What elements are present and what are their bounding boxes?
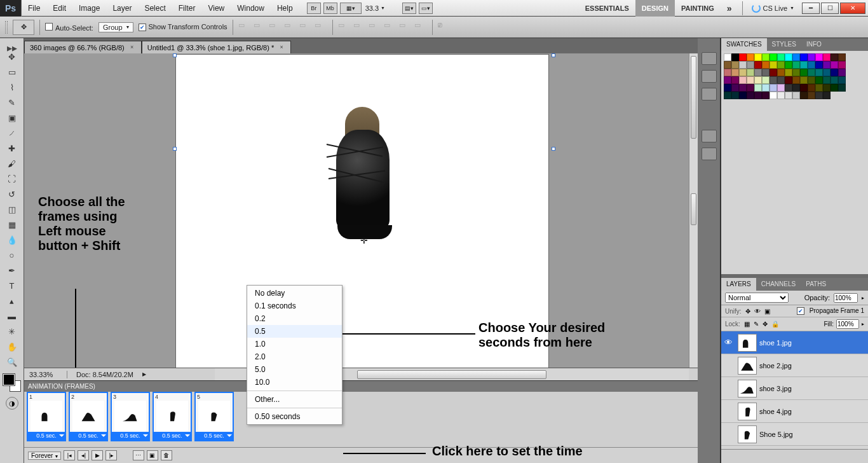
menu-window[interactable]: Window bbox=[231, 0, 271, 17]
animation-frame[interactable]: 20.5 sec. bbox=[69, 392, 108, 441]
color-swatches[interactable] bbox=[3, 374, 21, 392]
delay-option[interactable]: 0.5 bbox=[247, 325, 342, 338]
workspace-design[interactable]: DESIGN bbox=[635, 0, 675, 17]
swatch[interactable] bbox=[739, 76, 747, 84]
swatch[interactable] bbox=[823, 61, 831, 69]
menu-layer[interactable]: Layer bbox=[106, 0, 138, 17]
swatches-grid[interactable] bbox=[721, 51, 855, 102]
minibridge-icon[interactable] bbox=[702, 52, 717, 65]
workspace-more[interactable]: » bbox=[721, 0, 738, 17]
first-frame-button[interactable]: |◂ bbox=[64, 450, 75, 460]
swatch[interactable] bbox=[792, 53, 800, 61]
panel-tab-swatches[interactable]: SWATCHES bbox=[721, 38, 767, 51]
swatch[interactable] bbox=[754, 61, 762, 69]
swatch[interactable] bbox=[777, 69, 785, 76]
swatch[interactable] bbox=[762, 84, 770, 92]
zoom-tool[interactable]: 🔍 bbox=[4, 355, 20, 369]
swatch[interactable] bbox=[785, 84, 792, 92]
swatch[interactable] bbox=[823, 92, 831, 99]
swatch[interactable] bbox=[808, 61, 815, 69]
swatch[interactable] bbox=[815, 69, 823, 76]
menu-filter[interactable]: Filter bbox=[172, 0, 202, 17]
swatch[interactable] bbox=[808, 76, 815, 84]
swatch[interactable] bbox=[823, 53, 831, 61]
dodge-tool[interactable]: ○ bbox=[4, 248, 20, 262]
swatch[interactable] bbox=[754, 69, 762, 76]
swatch[interactable] bbox=[777, 84, 785, 92]
swatch[interactable] bbox=[724, 76, 731, 84]
delay-option[interactable]: 5.0 bbox=[247, 363, 342, 376]
swatch[interactable] bbox=[815, 92, 823, 99]
panel-tab-info[interactable]: INFO bbox=[801, 38, 827, 51]
hand-tool[interactable]: ✋ bbox=[4, 340, 20, 354]
unify-style-icon[interactable]: ▣ bbox=[764, 308, 770, 315]
swatch[interactable] bbox=[770, 76, 777, 84]
swatch[interactable] bbox=[808, 84, 815, 92]
swatch[interactable] bbox=[808, 69, 815, 76]
swatch[interactable] bbox=[731, 84, 739, 92]
healing-tool[interactable]: ✚ bbox=[4, 141, 20, 155]
animation-frame[interactable]: 10.5 sec. bbox=[27, 392, 66, 441]
swatch[interactable] bbox=[792, 92, 800, 99]
blend-mode-select[interactable]: Normal bbox=[725, 293, 789, 303]
swatch[interactable] bbox=[792, 84, 800, 92]
close-tab-icon[interactable]: × bbox=[128, 44, 136, 52]
menu-view[interactable]: View bbox=[201, 0, 231, 17]
swatch[interactable] bbox=[762, 61, 770, 69]
lock-all-icon[interactable]: 🔒 bbox=[771, 321, 779, 328]
lasso-tool[interactable]: ⌇ bbox=[4, 80, 20, 94]
layer-name[interactable]: shoe 1.jpg bbox=[759, 339, 868, 347]
auto-select-mode[interactable]: Group bbox=[98, 22, 133, 32]
swatch[interactable] bbox=[762, 76, 770, 84]
swatch[interactable] bbox=[838, 61, 846, 69]
swatch[interactable] bbox=[739, 53, 747, 61]
swatch[interactable] bbox=[800, 61, 808, 69]
swatch[interactable] bbox=[731, 53, 739, 61]
swatch[interactable] bbox=[815, 84, 823, 92]
swatch[interactable] bbox=[831, 61, 838, 69]
workspace-painting[interactable]: PAINTING bbox=[675, 0, 721, 17]
screen-mode-button[interactable]: ▦▾ bbox=[340, 3, 362, 14]
delay-other[interactable]: Other... bbox=[247, 393, 342, 406]
vertical-scrollbar[interactable] bbox=[689, 53, 698, 380]
close-tab-icon[interactable]: × bbox=[278, 44, 285, 52]
swatch[interactable] bbox=[831, 84, 838, 92]
panel-tab-channels[interactable]: CHANNELS bbox=[756, 278, 801, 291]
layer-row[interactable]: Shoe 5.jpg bbox=[721, 423, 868, 446]
swatch[interactable] bbox=[785, 53, 792, 61]
frame-delay[interactable]: 0.5 sec. bbox=[112, 432, 149, 440]
swatch[interactable] bbox=[724, 61, 731, 69]
panel-tab-paths[interactable]: PATHS bbox=[801, 278, 831, 291]
swatch[interactable] bbox=[831, 69, 838, 76]
quick-mask[interactable]: ◑ bbox=[6, 397, 18, 410]
layer-row[interactable]: shoe 4.jpg bbox=[721, 400, 868, 423]
pen-tool[interactable]: ✒ bbox=[4, 263, 20, 277]
swatch[interactable] bbox=[770, 84, 777, 92]
swatch[interactable] bbox=[800, 76, 808, 84]
tween-button[interactable]: ⋯ bbox=[133, 450, 144, 460]
gradient-tool[interactable]: ▦ bbox=[4, 218, 20, 232]
swatch[interactable] bbox=[731, 76, 739, 84]
swatch[interactable] bbox=[792, 61, 800, 69]
blur-tool[interactable]: 💧 bbox=[4, 233, 20, 247]
next-frame-button[interactable]: |▸ bbox=[105, 450, 117, 460]
menu-edit[interactable]: Edit bbox=[46, 0, 72, 17]
swatch[interactable] bbox=[815, 53, 823, 61]
swatch[interactable] bbox=[747, 84, 754, 92]
visibility-toggle[interactable]: 👁 bbox=[721, 338, 735, 347]
swatch[interactable] bbox=[747, 61, 754, 69]
swatch[interactable] bbox=[762, 69, 770, 76]
delay-current[interactable]: 0.50 seconds bbox=[247, 410, 342, 423]
history-icon[interactable] bbox=[702, 70, 717, 83]
layer-name[interactable]: shoe 3.jpg bbox=[759, 385, 868, 392]
swatch[interactable] bbox=[823, 84, 831, 92]
swatch[interactable] bbox=[754, 84, 762, 92]
panel-tab-layers[interactable]: LAYERS bbox=[721, 278, 756, 291]
swatch[interactable] bbox=[724, 53, 731, 61]
panel-tab-styles[interactable]: STYLES bbox=[767, 38, 801, 51]
frame-delay[interactable]: 0.5 sec. bbox=[196, 432, 233, 440]
play-button[interactable]: ▶ bbox=[92, 450, 103, 460]
arrange-docs-button[interactable]: ▤▾ bbox=[402, 3, 416, 14]
swatch[interactable] bbox=[777, 53, 785, 61]
lock-pixels-icon[interactable]: ✎ bbox=[754, 321, 759, 328]
